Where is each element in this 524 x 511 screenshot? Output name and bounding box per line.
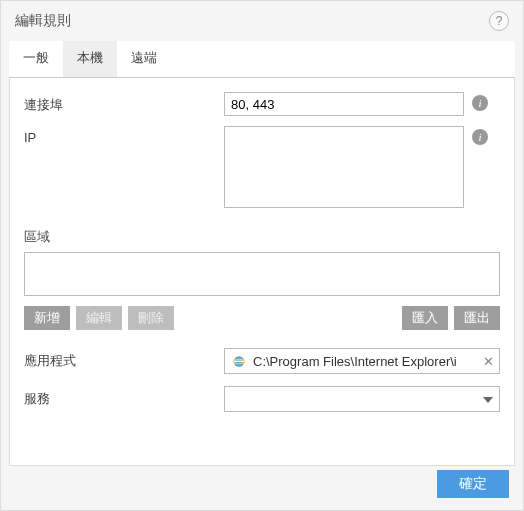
zone-button-row: 新增 編輯 刪除 匯入 匯出 — [24, 306, 500, 330]
ip-input[interactable] — [224, 126, 464, 208]
import-button[interactable]: 匯入 — [402, 306, 448, 330]
content-area: 一般 本機 遠端 連接埠 i IP i 區域 — [1, 41, 523, 474]
tab-general[interactable]: 一般 — [9, 41, 63, 77]
service-row: 服務 — [24, 386, 500, 412]
ip-row: IP i — [24, 126, 500, 208]
edit-button[interactable]: 編輯 — [76, 306, 122, 330]
export-button[interactable]: 匯出 — [454, 306, 500, 330]
tab-local[interactable]: 本機 — [63, 41, 117, 77]
clear-application-icon[interactable]: ✕ — [481, 354, 495, 368]
info-icon[interactable]: i — [472, 129, 488, 145]
titlebar: 編輯規則 ? — [1, 1, 523, 37]
application-row: 應用程式 C:\Program Files\Internet Explorer\… — [24, 348, 500, 374]
port-input[interactable] — [224, 92, 464, 116]
port-label: 連接埠 — [24, 92, 224, 114]
application-path: C:\Program Files\Internet Explorer\i — [253, 354, 475, 369]
svg-rect-2 — [234, 361, 244, 362]
chevron-down-icon — [483, 392, 493, 406]
application-label: 應用程式 — [24, 352, 224, 370]
info-icon[interactable]: i — [472, 95, 488, 111]
dialog-footer: 確定 — [437, 470, 509, 498]
internet-explorer-icon — [231, 353, 247, 369]
application-field[interactable]: C:\Program Files\Internet Explorer\i ✕ — [224, 348, 500, 374]
service-label: 服務 — [24, 390, 224, 408]
dialog-title: 編輯規則 — [15, 12, 71, 30]
ok-button[interactable]: 確定 — [437, 470, 509, 498]
help-icon[interactable]: ? — [489, 11, 509, 31]
service-select[interactable] — [224, 386, 500, 412]
tab-bar: 一般 本機 遠端 — [9, 41, 515, 78]
zone-listbox[interactable] — [24, 252, 500, 296]
edit-rule-dialog: 編輯規則 ? 一般 本機 遠端 連接埠 i IP i — [0, 0, 524, 511]
zone-label: 區域 — [24, 228, 500, 246]
add-button[interactable]: 新增 — [24, 306, 70, 330]
delete-button[interactable]: 刪除 — [128, 306, 174, 330]
ip-label: IP — [24, 126, 224, 145]
port-row: 連接埠 i — [24, 92, 500, 116]
tab-remote[interactable]: 遠端 — [117, 41, 171, 77]
tab-panel-local: 連接埠 i IP i 區域 新增 編輯 刪除 — [9, 78, 515, 466]
